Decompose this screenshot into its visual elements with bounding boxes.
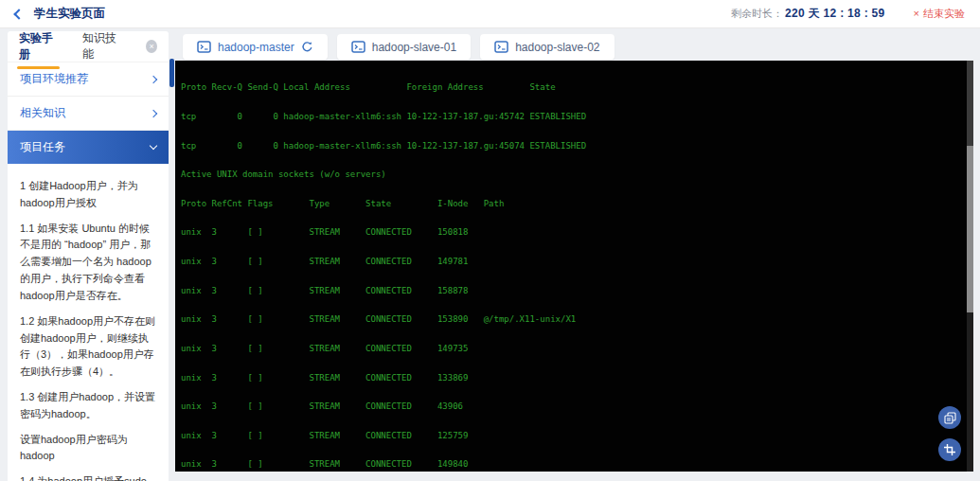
sidebar-tab-bar: 实验手册 知识技能 × — [8, 31, 169, 62]
crop-icon — [944, 444, 955, 455]
end-experiment-button[interactable]: × 结束实验 — [914, 7, 965, 21]
terminal-line: Active UNIX domain sockets (w/o servers) — [181, 169, 973, 179]
task-step: 1.3 创建用户hadoop，并设置密码为hadoop。 — [20, 389, 156, 423]
section-related-knowledge[interactable]: 相关知识 — [8, 97, 169, 131]
terminal-line: Proto Recv-Q Send-Q Local Address Foreig… — [181, 82, 973, 92]
terminal-output: Proto Recv-Q Send-Q Local Address Foreig… — [175, 61, 973, 481]
terminal-line: unix 3 [ ] STREAM CONNECTED 158878 — [181, 286, 973, 295]
tab-hadoop-slave-02[interactable]: hadoop-slave-02 — [480, 34, 614, 60]
tab-knowledge-skills[interactable]: 知识技能 — [82, 31, 121, 71]
tab-hadoop-master[interactable]: hadoop-master — [183, 34, 328, 60]
terminal-line: unix 3 [ ] STREAM CONNECTED 125759 — [181, 431, 973, 440]
tab-hadoop-slave-01[interactable]: hadoop-slave-01 — [337, 34, 471, 60]
section-label: 项目环境推荐 — [20, 71, 88, 87]
terminal-line: tcp 0 0 hadoop-master-xllm6:ssh 10-122-1… — [181, 141, 973, 151]
task-step: 设置hadoop用户密码为 hadoop — [20, 432, 156, 466]
task-step: 1.4 为hadoop用户授予sudo权限。 — [20, 473, 156, 481]
remaining-time-label: 剩余时长： — [731, 7, 783, 21]
chevron-right-icon — [150, 75, 157, 82]
remaining-time-value: 220 天 12 : 18 : 59 — [785, 6, 884, 22]
task-instructions: 1 创建Hadoop用户，并为hadoop用户授权 1.1 如果安装 Ubunt… — [8, 164, 169, 481]
collapse-panel-icon[interactable]: × — [146, 40, 157, 53]
terminal-tab-label: hadoop-slave-02 — [515, 41, 599, 54]
page-title: 学生实验页面 — [34, 6, 105, 22]
manual-sidebar: 实验手册 知识技能 × 项目环境推荐 相关知识 项目任务 1 创建Hadoop用… — [8, 31, 169, 481]
terminal-line: unix 3 [ ] STREAM CONNECTED 149735 — [181, 344, 973, 353]
copy-button[interactable] — [938, 406, 961, 429]
terminal-line: unix 3 [ ] STREAM CONNECTED 149840 — [181, 459, 973, 469]
terminal-icon — [197, 41, 211, 53]
chevron-right-icon — [150, 109, 157, 116]
scrollbar-thumb[interactable] — [967, 146, 973, 312]
terminal-line: tcp 0 0 hadoop-master-xllm6:ssh 10-122-1… — [181, 112, 973, 121]
terminal-tab-label: hadoop-slave-01 — [372, 41, 456, 54]
refresh-icon[interactable] — [301, 41, 313, 53]
terminal-line: Proto RefCnt Flags Type State I-Node Pat… — [181, 199, 973, 208]
close-icon: × — [914, 9, 919, 19]
scrollbar-track-top — [967, 61, 973, 146]
terminal-scrollbar[interactable] — [967, 61, 973, 472]
end-experiment-label: 结束实验 — [923, 7, 965, 21]
task-step: 1.2 如果hadoop用户不存在则创建hadoop用户，则继续执行（3），如果… — [20, 313, 156, 381]
section-label: 相关知识 — [20, 105, 65, 121]
section-label: 项目任务 — [20, 139, 65, 155]
task-step: 1 创建Hadoop用户，并为hadoop用户授权 — [20, 178, 156, 212]
section-project-tasks[interactable]: 项目任务 — [8, 131, 169, 164]
terminal-line: unix 3 [ ] STREAM CONNECTED 150818 — [181, 227, 973, 237]
terminal-line: unix 3 [ ] STREAM CONNECTED 153890 @/tmp… — [181, 314, 973, 324]
screenshot-crop-button[interactable] — [938, 438, 961, 461]
terminal-tab-label: hadoop-master — [218, 41, 294, 54]
terminal-line: unix 3 [ ] STREAM CONNECTED 43906 — [181, 401, 973, 411]
terminal-icon — [351, 41, 365, 53]
terminal-tab-bar: hadoop-master hadoop-slave-01 hadoop-sla… — [183, 34, 615, 60]
tab-experiment-manual[interactable]: 实验手册 — [19, 31, 58, 71]
panel-resize-handle[interactable] — [169, 59, 174, 87]
terminal-window[interactable]: Proto Recv-Q Send-Q Local Address Foreig… — [175, 61, 973, 472]
terminal-line: unix 3 [ ] STREAM CONNECTED 133869 — [181, 373, 973, 383]
task-step: 1.1 如果安装 Ubuntu 的时候不是用的 “hadoop” 用户，那么需要… — [20, 221, 156, 305]
chevron-down-icon — [150, 142, 157, 150]
copy-icon — [944, 412, 956, 424]
top-header: 学生实验页面 剩余时长： 220 天 12 : 18 : 59 × 结束实验 — [0, 0, 980, 28]
back-icon[interactable] — [13, 9, 24, 19]
terminal-icon — [494, 41, 508, 53]
terminal-line: unix 3 [ ] STREAM CONNECTED 149781 — [181, 257, 973, 266]
